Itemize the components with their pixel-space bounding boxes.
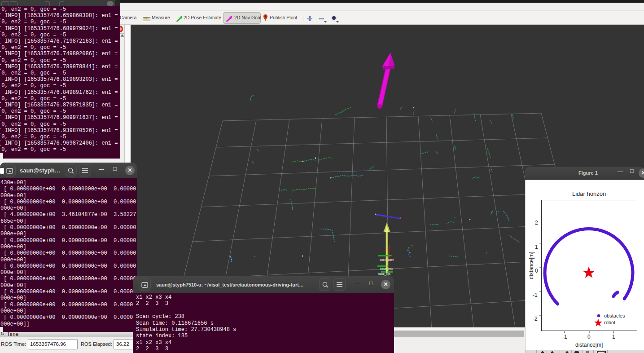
svg-text:base_imu: base_imu (380, 267, 393, 271)
svg-text:base_link: base_link (378, 272, 391, 276)
svg-text:base_laser: base_laser (380, 258, 394, 262)
